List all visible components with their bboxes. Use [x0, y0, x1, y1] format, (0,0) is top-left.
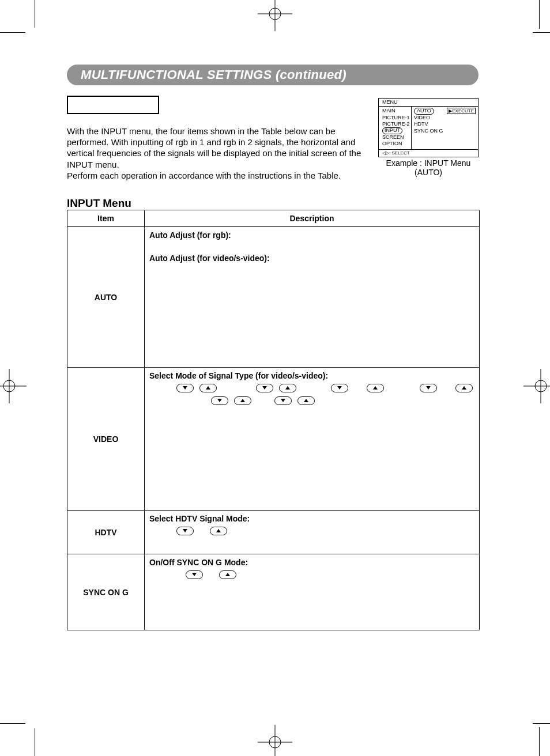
arrow-row	[149, 383, 474, 407]
crop-mark	[539, 727, 540, 756]
cell-description: Select HDTV Signal Mode:	[145, 511, 480, 554]
cell-description: On/Off SYNC ON G Mode:	[145, 554, 480, 630]
up-icon	[234, 396, 251, 405]
hdtv-line1: Select HDTV Signal Mode:	[149, 514, 250, 523]
cell-description: Select Mode of Signal Type (for video/s-…	[145, 368, 480, 511]
osd-right-column: ▶EXECUTE AUTO VIDEO HDTV SYNC ON G	[411, 107, 478, 149]
osd-right-item-selected: AUTO	[414, 108, 434, 115]
crop-mark	[0, 32, 25, 33]
down-icon	[331, 384, 348, 392]
osd-left-item: MAIN	[382, 108, 409, 114]
table-row: AUTO Auto Adjust (for rgb): Auto Adjust …	[67, 227, 480, 368]
up-icon	[279, 384, 296, 392]
up-icon	[455, 384, 473, 392]
cell-item: SYNC ON G	[67, 554, 145, 630]
cell-description: Auto Adjust (for rgb): Auto Adjust (for …	[145, 227, 480, 368]
osd-left-column: MAIN PICTURE-1 PICTURE-2 INPUT SCREEN OP…	[379, 107, 411, 149]
registration-mark	[258, 725, 292, 756]
up-icon	[367, 384, 384, 392]
up-icon	[199, 384, 217, 392]
section-header-text: MULTIFUNCTIONAL SETTINGS (continued)	[81, 67, 346, 82]
osd-left-item: PICTURE-2	[382, 121, 409, 127]
subsection-box	[67, 96, 159, 114]
cell-item: AUTO	[67, 227, 145, 368]
up-icon	[219, 570, 236, 579]
osd-right-item: HDTV	[414, 121, 476, 127]
auto-line1: Auto Adjust (for rgb):	[149, 230, 231, 240]
osd-footer: ◁▷: SELECT	[379, 149, 478, 157]
table-row: VIDEO Select Mode of Signal Type (for vi…	[67, 368, 480, 511]
osd-left-item: PICTURE-1	[382, 115, 409, 121]
down-icon	[211, 396, 228, 405]
crop-mark	[35, 0, 35, 28]
osd-window: MENU MAIN PICTURE-1 PICTURE-2 INPUT SCRE…	[378, 98, 479, 157]
intro-text: With the INPUT menu, the four items show…	[67, 126, 361, 180]
input-menu-table: Item Description AUTO Auto Adjust (for r…	[67, 210, 480, 630]
osd-caption: Example : INPUT Menu (AUTO)	[378, 158, 479, 177]
osd-left-item: SCREEN	[382, 134, 409, 141]
down-icon	[256, 384, 273, 392]
down-icon	[186, 570, 203, 579]
crop-mark	[533, 32, 550, 33]
table-row: HDTV Select HDTV Signal Mode:	[67, 511, 480, 554]
osd-left-item-selected: INPUT	[382, 127, 402, 134]
osd-right-item: SYNC ON G	[414, 128, 476, 134]
intro-paragraph: With the INPUT menu, the four items show…	[67, 126, 362, 181]
crop-mark	[539, 0, 540, 29]
down-icon	[176, 527, 194, 535]
osd-right-item: VIDEO	[414, 115, 476, 121]
table-title: INPUT Menu	[67, 197, 131, 210]
registration-mark	[0, 369, 27, 403]
down-icon	[176, 384, 194, 392]
crop-mark	[35, 728, 35, 756]
section-header: MULTIFUNCTIONAL SETTINGS (continued)	[67, 65, 479, 85]
registration-mark	[523, 369, 550, 403]
up-icon	[297, 396, 315, 405]
down-icon	[420, 384, 437, 392]
crop-mark	[0, 723, 25, 724]
video-line1: Select Mode of Signal Type (for video/s-…	[149, 371, 328, 380]
osd-footer-text: : SELECT	[389, 150, 410, 156]
osd-left-item: OPTION	[382, 141, 409, 147]
cell-item: HDTV	[67, 511, 145, 554]
up-icon	[210, 527, 227, 535]
crop-mark	[533, 723, 550, 724]
col-description: Description	[145, 210, 480, 227]
sync-line1: On/Off SYNC ON G Mode:	[149, 558, 248, 567]
table-row: SYNC ON G On/Off SYNC ON G Mode:	[67, 554, 480, 630]
osd-example: MENU MAIN PICTURE-1 PICTURE-2 INPUT SCRE…	[378, 98, 479, 177]
nav-icon: ◁▷	[382, 150, 389, 156]
osd-caption-line1: Example : INPUT Menu	[386, 158, 471, 168]
auto-line2: Auto Adjust (for video/s-video):	[149, 254, 270, 263]
osd-title: MENU	[379, 99, 478, 107]
col-item: Item	[67, 210, 145, 227]
down-icon	[274, 396, 292, 405]
osd-caption-line2: (AUTO)	[415, 168, 442, 177]
cell-item: VIDEO	[67, 368, 145, 511]
registration-mark	[258, 0, 292, 31]
